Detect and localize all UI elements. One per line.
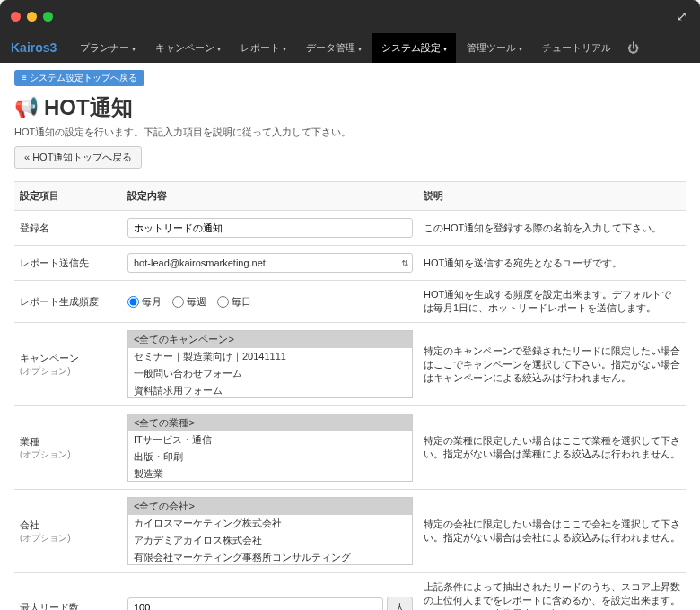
nav-tutorial[interactable]: チュートリアル	[533, 33, 620, 63]
nav-report[interactable]: レポート▾	[232, 33, 295, 63]
row-industry: 業種(オプション) <全ての業種> ITサービス・通信 出版・印刷 製造業 特定…	[14, 406, 686, 490]
zoom-icon[interactable]	[43, 12, 53, 22]
freq-daily[interactable]: 毎日	[217, 295, 251, 309]
row-campaign: キャンペーン(オプション) <全てのキャンペーン> セミナー｜製造業向け｜201…	[14, 323, 686, 406]
content-area: ≡ システム設定トップへ戻る 📢 HOT通知 HOT通知の設定を行います。下記入…	[0, 63, 700, 610]
desc-frequency: HOT通知を生成する頻度を設定出来ます。デフォルトでは毎月1日に、ホットリードレ…	[418, 281, 686, 323]
header-item: 設定項目	[14, 182, 122, 211]
minimize-icon[interactable]	[27, 12, 37, 22]
row-destination: レポート送信先 hot-lead@kairosmarketing.net ⇅ H…	[14, 246, 686, 281]
name-input[interactable]	[127, 218, 413, 238]
brand-logo[interactable]: Kairos3	[11, 40, 57, 55]
close-icon[interactable]	[11, 12, 21, 22]
company-listbox[interactable]: <全ての会社> カイロスマーケティング株式会社 アカデミアカイロス株式会社 有限…	[127, 497, 413, 565]
label-destination: レポート送信先	[14, 246, 122, 281]
freq-weekly[interactable]: 毎週	[172, 295, 206, 309]
window-titlebar: ⤢	[0, 0, 700, 32]
page-description: HOT通知の設定を行います。下記入力項目を説明に従って入力して下さい。	[14, 126, 686, 139]
unit-label: 人	[387, 597, 413, 611]
campaign-listbox[interactable]: <全てのキャンペーン> セミナー｜製造業向け｜20141111 一般問い合わせフ…	[127, 330, 413, 398]
label-frequency: レポート生成頻度	[14, 281, 122, 323]
label-company: 会社	[20, 519, 39, 530]
header-content: 設定内容	[122, 182, 418, 211]
desc-name: このHOT通知を登録する際の名前を入力して下さい。	[418, 211, 686, 246]
desc-max-leads: 上記条件によって抽出されたリードのうち、スコア上昇数の上位何人までをレポートに含…	[418, 573, 686, 611]
page-title: 📢 HOT通知	[14, 93, 686, 122]
row-name: 登録名 このHOT通知を登録する際の名前を入力して下さい。	[14, 211, 686, 246]
freq-monthly[interactable]: 毎月	[127, 295, 162, 309]
max-leads-input[interactable]	[127, 597, 383, 610]
nav-data[interactable]: データ管理▾	[297, 33, 371, 63]
row-frequency: レポート生成頻度 毎月 毎週 毎日 HOT通知を生成する頻度を設定出来ます。デフ…	[14, 281, 686, 323]
nav-system-settings[interactable]: システム設定▾	[372, 33, 456, 63]
industry-listbox[interactable]: <全ての業種> ITサービス・通信 出版・印刷 製造業	[127, 414, 413, 482]
updown-icon: ⇅	[401, 258, 407, 268]
desc-campaign: 特定のキャンペーンで登録されたリードに限定したい場合はここでキャンペーンを選択し…	[418, 323, 686, 406]
settings-table: 設定項目 設定内容 説明 登録名 このHOT通知を登録する際の名前を入力して下さ…	[14, 181, 686, 610]
expand-icon[interactable]: ⤢	[677, 9, 687, 23]
row-company: 会社(オプション) <全ての会社> カイロスマーケティング株式会社 アカデミアカ…	[14, 490, 686, 573]
desc-industry: 特定の業種に限定したい場合はここで業種を選択して下さい。指定がない場合は業種によ…	[418, 406, 686, 490]
back-to-hot-button[interactable]: « HOT通知トップへ戻る	[14, 146, 142, 169]
nav-campaign[interactable]: キャンペーン▾	[146, 33, 230, 63]
desc-company: 特定の会社に限定したい場合はここで会社を選択して下さい。指定がない場合は会社によ…	[418, 490, 686, 573]
label-campaign: キャンペーン	[20, 353, 79, 363]
row-max-leads: 最大リード数 人 上記条件によって抽出されたリードのうち、スコア上昇数の上位何人…	[14, 573, 686, 611]
megaphone-icon: 📢	[14, 96, 39, 119]
label-industry: 業種	[20, 436, 39, 447]
destination-select[interactable]: hot-lead@kairosmarketing.net ⇅	[127, 253, 413, 273]
label-max-leads: 最大リード数	[14, 573, 122, 611]
main-nav: Kairos3 プランナー▾ キャンペーン▾ レポート▾ データ管理▾ システム…	[0, 32, 700, 63]
desc-destination: HOT通知を送信する宛先となるユーザです。	[418, 246, 686, 281]
back-to-settings-pill[interactable]: ≡ システム設定トップへ戻る	[14, 70, 144, 86]
nav-admin-tools[interactable]: 管理ツール▾	[458, 33, 531, 63]
power-icon[interactable]: ⏻	[627, 41, 639, 55]
nav-planner[interactable]: プランナー▾	[71, 33, 144, 63]
header-description: 説明	[418, 182, 686, 211]
label-name: 登録名	[14, 211, 122, 246]
